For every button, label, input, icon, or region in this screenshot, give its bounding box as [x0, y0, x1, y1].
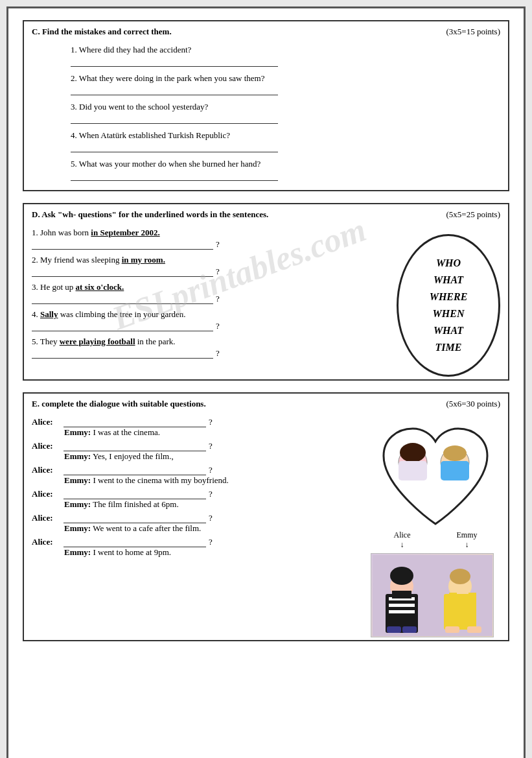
- d-question-5: 5. They were playing football in the par…: [32, 337, 390, 359]
- dialogue-2: Alice: ? Emmy: Yes, I enjoyed the film.,: [32, 441, 364, 462]
- svg-rect-17: [449, 593, 457, 609]
- section-d-header: D. Ask "wh- questions" for the underline…: [32, 209, 500, 220]
- emmy-response-6: Emmy: I went to home at 9pm.: [32, 547, 364, 558]
- wh-what: WHAT: [434, 274, 463, 286]
- d-answer-5: [32, 349, 213, 359]
- character-photo: [371, 553, 494, 637]
- emmy-response-5: Emmy: We went to a cafe after the film.: [32, 523, 364, 534]
- d-question-1: 1. John was born in September 2002. ?: [32, 228, 390, 250]
- alice-label-2: Alice:: [32, 441, 61, 451]
- section-c-points: (3x5=15 points): [446, 27, 500, 37]
- section-d: D. Ask "wh- questions" for the underline…: [23, 203, 509, 381]
- wh-what-time: WHAT: [434, 325, 463, 337]
- alice-answer-2: [64, 442, 206, 451]
- character-illustration: [373, 555, 492, 636]
- c-question-3: 3. Did you went to the school yesterday?: [32, 102, 500, 124]
- dialogue-1: Alice: ? Emmy: I was at the cinema.: [32, 417, 364, 438]
- section-d-content: 1. John was born in September 2002. ? 2.…: [32, 228, 500, 377]
- c-question-4: 4. When Atatürk established Turkish Repu…: [32, 130, 500, 152]
- d-answer-2: [32, 268, 213, 277]
- dialogue-4: Alice: ? Emmy: The film finished at 6pm.: [32, 489, 364, 510]
- svg-rect-20: [402, 626, 417, 633]
- dialogue-3: Alice: ? Emmy: I went to the cinema with…: [32, 465, 364, 486]
- wh-where: WHERE: [430, 291, 468, 303]
- c-answer-4: [71, 143, 278, 152]
- d-answer-3: [32, 295, 213, 304]
- emmy-response-3: Emmy: I went to the cinema with my boyfr…: [32, 475, 364, 486]
- alice-answer-3: [64, 466, 206, 475]
- c-question-1: 1. Where did they had the accident?: [32, 45, 500, 67]
- c-answer-5: [71, 172, 278, 181]
- alice-label-6: Alice:: [32, 537, 61, 547]
- emmy-response-4: Emmy: The film finished at 6pm.: [32, 499, 364, 510]
- svg-rect-21: [445, 626, 459, 633]
- alice-answer-4: [64, 490, 206, 499]
- c-answer-3: [71, 115, 278, 124]
- alice-answer-1: [64, 418, 206, 427]
- alice-label-1: Alice:: [32, 417, 61, 427]
- svg-point-1: [400, 443, 426, 462]
- page: ESLprintables.com C. Find the mistakes a…: [6, 6, 526, 758]
- alice-answer-6: [64, 538, 206, 547]
- svg-rect-18: [468, 593, 476, 609]
- alice-label-4: Alice:: [32, 489, 61, 499]
- section-e-points: (5x6=30 points): [446, 399, 500, 409]
- wh-who: WHO: [436, 257, 461, 269]
- d-answer-1: [32, 241, 213, 250]
- c-answer-1: [71, 58, 278, 67]
- alice-answer-5: [64, 514, 206, 523]
- d-answer-4: [32, 322, 213, 331]
- d-question-3: 3. He got up at six o'clock. ?: [32, 282, 390, 304]
- svg-rect-19: [387, 626, 401, 633]
- svg-point-4: [443, 445, 467, 461]
- svg-rect-9: [389, 604, 415, 607]
- section-d-title: D. Ask "wh- questions" for the underline…: [32, 209, 268, 220]
- svg-point-15: [450, 569, 470, 584]
- dialogue-5: Alice: ? Emmy: We went to a cafe after t…: [32, 513, 364, 534]
- d-question-4: 4. Sally was climbing the tree in your g…: [32, 309, 390, 331]
- section-d-questions: 1. John was born in September 2002. ? 2.…: [32, 228, 390, 377]
- section-e-content: Alice: ? Emmy: I was at the cinema. Alic…: [32, 417, 500, 637]
- svg-rect-10: [389, 610, 415, 613]
- alice-label-5: Alice:: [32, 513, 61, 523]
- wh-time: TIME: [435, 342, 462, 353]
- section-c-header: C. Find the mistakes and correct them. (…: [32, 27, 500, 37]
- svg-rect-22: [467, 626, 481, 633]
- section-e: E. complete the dialogue with suitable q…: [23, 392, 509, 641]
- heart-svg: [371, 417, 500, 537]
- emmy-response-1: Emmy: I was at the cinema.: [32, 427, 364, 438]
- wh-oval: WHO WHAT WHERE WHEN WHAT TIME: [397, 234, 500, 377]
- svg-rect-13: [392, 591, 411, 598]
- section-e-title: E. complete the dialogue with suitable q…: [32, 399, 206, 409]
- emmy-response-2: Emmy: Yes, I enjoyed the film.,: [32, 451, 364, 462]
- svg-rect-5: [441, 461, 469, 480]
- section-c-title: C. Find the mistakes and correct them.: [32, 27, 172, 37]
- section-e-right: Alice ↓ Emmy ↓: [371, 417, 500, 637]
- section-e-dialogue: Alice: ? Emmy: I was at the cinema. Alic…: [32, 417, 364, 637]
- dialogue-6: Alice: ? Emmy: I went to home at 9pm.: [32, 537, 364, 558]
- svg-point-12: [390, 567, 413, 585]
- c-answer-2: [71, 86, 278, 95]
- c-question-2: 2. What they were doing in the park when…: [32, 73, 500, 95]
- section-e-header: E. complete the dialogue with suitable q…: [32, 399, 500, 409]
- heart-area: [371, 417, 500, 537]
- alice-label-3: Alice:: [32, 465, 61, 475]
- section-d-points: (5x5=25 points): [446, 209, 500, 220]
- svg-rect-2: [399, 461, 427, 480]
- c-question-5: 5. What was your mother do when she burn…: [32, 159, 500, 181]
- d-question-2: 2. My friend was sleeping in my room. ?: [32, 255, 390, 277]
- wh-when: WHEN: [433, 308, 465, 320]
- section-c: C. Find the mistakes and correct them. (…: [23, 20, 509, 191]
